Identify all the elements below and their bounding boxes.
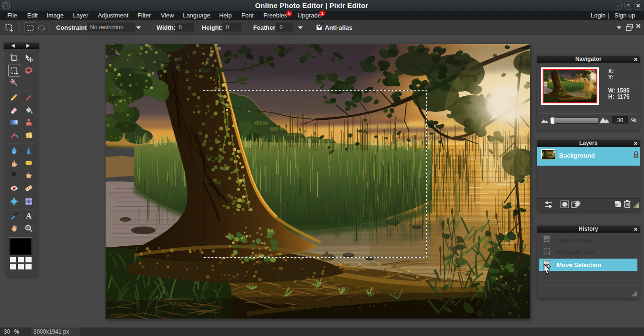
svg-text:A: A <box>26 211 32 220</box>
